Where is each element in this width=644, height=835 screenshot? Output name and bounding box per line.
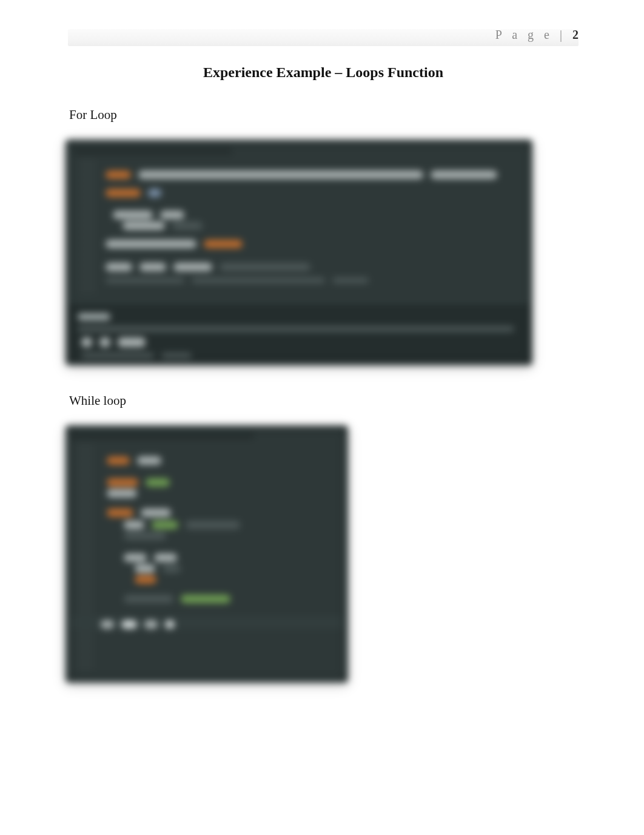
page-label-prefix: P a g e bbox=[495, 28, 553, 41]
code-highlight-line bbox=[72, 616, 342, 629]
code-editor-pane-2 bbox=[72, 431, 342, 677]
editor-gutter bbox=[79, 159, 96, 294]
code-screenshot-while-loop bbox=[65, 425, 348, 683]
page-number-value: 2 bbox=[572, 28, 579, 41]
page-number: P a g e | 2 bbox=[495, 28, 579, 42]
code-output-pane bbox=[69, 305, 529, 362]
code-editor-pane bbox=[74, 147, 524, 300]
document-page: P a g e | 2 Experience Example – Loops F… bbox=[0, 0, 644, 835]
section-label-while-loop: While loop bbox=[69, 393, 579, 408]
page-title: Experience Example – Loops Function bbox=[68, 64, 579, 81]
header-bar: P a g e | 2 bbox=[68, 29, 579, 46]
editor-tab-bar bbox=[74, 147, 232, 155]
section-label-for-loop: For Loop bbox=[69, 107, 579, 123]
editor-tab-bar-2 bbox=[72, 431, 253, 440]
editor-gutter-2 bbox=[76, 444, 93, 671]
code-screenshot-for-loop bbox=[65, 140, 532, 365]
page-label-sep: | bbox=[560, 28, 563, 41]
